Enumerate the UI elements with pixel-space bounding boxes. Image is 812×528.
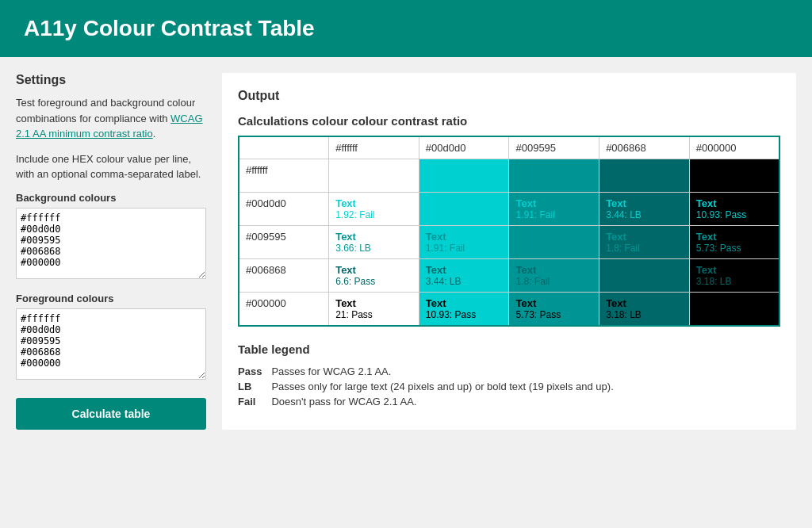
cell-result-label: 3.66: LB (515, 176, 592, 187)
cell-result-label: 5.73: Pass (696, 243, 772, 254)
contrast-cell (329, 159, 419, 193)
contrast-cell (509, 226, 599, 259)
table-row: #006868Text6.6: PassText3.44: LBText1.8:… (239, 259, 779, 293)
contrast-table: #ffffff #00d0d0 #009595 #006868 #000000 … (238, 136, 780, 327)
cell-text-label: Text (335, 297, 412, 309)
cell-text-label: Text (515, 297, 592, 309)
table-row: #000000Text21: PassText10.93: PassText5.… (239, 293, 779, 327)
sidebar-description: Test foreground and background colour co… (16, 95, 206, 142)
cell-result-label: 3.44: LB (426, 276, 503, 287)
contrast-cell (599, 259, 690, 293)
fg-colours-input[interactable]: #ffffff #00d0d0 #009595 #006868 #000000 (16, 308, 206, 380)
table-row: #009595Text3.66: LBText1.91: FailText1.8… (239, 226, 779, 259)
table-header-row: #ffffff #00d0d0 #009595 #006868 #000000 (239, 136, 779, 159)
cell-text-label: Text (335, 231, 412, 243)
bg-colours-label: Background colours (16, 192, 206, 204)
cell-text-label: Text (606, 297, 683, 309)
contrast-cell: Text10.93: Pass (689, 193, 779, 226)
contrast-cell: Text21: Pass (689, 159, 779, 193)
cell-result-label: 3.66: LB (335, 243, 412, 254)
cell-result-label: 21: Pass (696, 176, 772, 187)
cell-text-label: Text (515, 197, 592, 209)
cell-text-label: Text (335, 197, 412, 209)
cell-text-label: Text (606, 197, 683, 209)
contrast-cell: Text1.92: Fail (329, 193, 419, 226)
row-header: #00d0d0 (239, 193, 329, 226)
contrast-cell: Text6.6: Pass (329, 259, 419, 293)
fg-colours-label: Foreground colours (16, 293, 206, 304)
sidebar: Settings Test foreground and background … (16, 73, 206, 430)
sidebar-heading: Settings (16, 73, 206, 87)
cell-text-label: Text (426, 264, 503, 276)
col-header-empty (239, 136, 329, 159)
col-header-006868: #006868 (599, 136, 690, 159)
legend-row: FailDoesn't pass for WCAG 2.1 AA. (238, 394, 623, 409)
contrast-cell: Text3.44: LB (599, 193, 690, 226)
cell-result-label: 10.93: Pass (426, 309, 503, 320)
cell-text-label: Text (426, 231, 503, 243)
table-row: #ffffffText1.92: FailText3.66: LBText6.6… (239, 159, 779, 193)
legend-term: LB (238, 379, 271, 394)
contrast-cell: Text3.18: LB (599, 293, 690, 327)
bg-colours-input[interactable]: #ffffff #00d0d0 #009595 #006868 #000000 (16, 208, 206, 279)
cell-result-label: 3.18: LB (696, 276, 772, 287)
table-heading: Calculations colour colour contrast rati… (238, 114, 780, 128)
cell-text-label: Text (606, 164, 683, 176)
legend-term: Pass (238, 364, 271, 379)
cell-text-label: Text (696, 164, 772, 176)
cell-text-label: Text (515, 264, 592, 276)
cell-result-label: 1.8: Fail (606, 243, 683, 254)
cell-text-label: Text (515, 164, 592, 176)
legend-row: PassPasses for WCAG 2.1 AA. (238, 364, 623, 379)
cell-text-label: Text (426, 297, 503, 309)
output-heading: Output (238, 89, 780, 103)
row-header: #006868 (239, 259, 329, 293)
col-header-ffffff: #ffffff (329, 136, 419, 159)
cell-result-label: 1.8: Fail (515, 276, 592, 287)
contrast-cell: Text1.8: Fail (509, 259, 599, 293)
cell-result-label: 5.73: Pass (515, 309, 592, 320)
row-header: #009595 (239, 226, 329, 259)
contrast-cell: Text1.92: Fail (419, 159, 509, 193)
legend-description: Passes only for large text (24 pixels an… (271, 379, 622, 394)
legend-heading: Table legend (238, 342, 780, 356)
page-header: A11y Colour Contrast Table (0, 0, 812, 57)
table-legend: Table legend PassPasses for WCAG 2.1 AA.… (238, 342, 780, 409)
cell-result-label: 1.92: Fail (426, 176, 503, 187)
legend-term: Fail (238, 394, 271, 409)
legend-row: LBPasses only for large text (24 pixels … (238, 379, 623, 394)
main-layout: Settings Test foreground and background … (0, 57, 812, 446)
legend-table: PassPasses for WCAG 2.1 AA.LBPasses only… (238, 364, 623, 409)
col-header-009595: #009595 (509, 136, 599, 159)
cell-text-label: Text (335, 264, 412, 276)
contrast-cell: Text10.93: Pass (419, 293, 509, 327)
contrast-cell: Text1.8: Fail (599, 226, 690, 259)
cell-result-label: 6.6: Pass (335, 276, 412, 287)
cell-result-label: 21: Pass (335, 309, 412, 320)
cell-text-label: Text (426, 164, 503, 176)
output-panel: Output Calculations colour colour contra… (222, 73, 796, 430)
col-header-000000: #000000 (689, 136, 779, 159)
contrast-cell: Text5.73: Pass (509, 293, 599, 327)
cell-text-label: Text (696, 264, 772, 276)
cell-result-label: 10.93: Pass (696, 209, 772, 220)
table-row: #00d0d0Text1.92: FailText1.91: FailText3… (239, 193, 779, 226)
cell-text-label: Text (696, 231, 772, 243)
contrast-cell: Text3.44: LB (419, 259, 509, 293)
sidebar-instructions: Include one HEX colour value per line, w… (16, 151, 206, 182)
cell-text-label: Text (606, 231, 683, 243)
contrast-cell: Text1.91: Fail (419, 226, 509, 259)
cell-result-label: 1.92: Fail (335, 209, 412, 220)
cell-result-label: 6.6: Pass (606, 176, 683, 187)
cell-text-label: Text (696, 197, 772, 209)
contrast-cell (419, 193, 509, 226)
row-header: #ffffff (239, 159, 329, 193)
cell-result-label: 3.18: LB (606, 309, 683, 320)
contrast-cell: Text3.66: LB (509, 159, 599, 193)
contrast-cell: Text3.66: LB (329, 226, 419, 259)
cell-result-label: 1.91: Fail (515, 209, 592, 220)
legend-description: Passes for WCAG 2.1 AA. (271, 364, 622, 379)
contrast-cell: Text5.73: Pass (689, 226, 779, 259)
calculate-button[interactable]: Calculate table (16, 398, 206, 430)
col-header-00d0d0: #00d0d0 (419, 136, 509, 159)
